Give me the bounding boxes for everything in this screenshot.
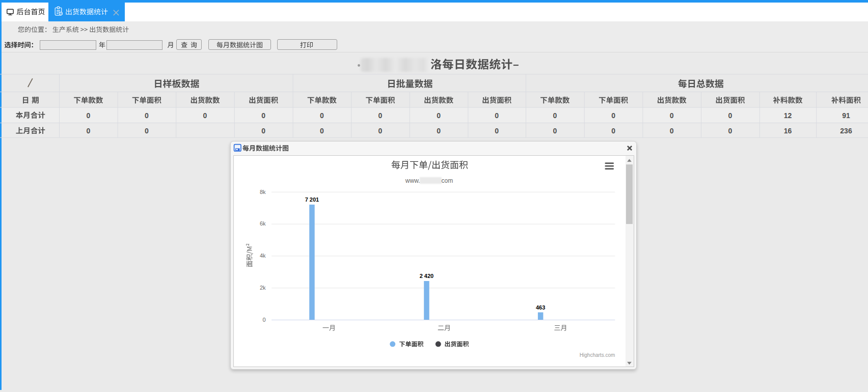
svg-text:0: 0 (553, 111, 557, 120)
svg-text:0: 0 (262, 317, 265, 323)
svg-text:0: 0 (86, 127, 90, 135)
svg-text:0: 0 (145, 127, 149, 135)
svg-text:463: 463 (536, 304, 545, 311)
svg-text:4k: 4k (260, 253, 266, 259)
svg-text:0: 0 (145, 111, 149, 120)
svg-text:0: 0 (670, 127, 674, 135)
svg-text:0: 0 (611, 111, 615, 120)
svg-text:7 201: 7 201 (305, 197, 319, 203)
svg-text:0: 0 (670, 111, 674, 120)
svg-text:8k: 8k (260, 189, 266, 195)
svg-text:0: 0 (378, 127, 383, 135)
svg-text:www.: www. (405, 177, 420, 184)
svg-text:Highcharts.com: Highcharts.com (580, 352, 615, 358)
svg-text:91: 91 (842, 111, 850, 120)
svg-text:0: 0 (495, 127, 499, 135)
svg-text:2 420: 2 420 (420, 273, 434, 279)
svg-text:6k: 6k (260, 220, 266, 227)
svg-text:0: 0 (320, 127, 324, 135)
svg-text:236: 236 (840, 127, 852, 135)
svg-text:0: 0 (553, 127, 557, 135)
svg-text:0: 0 (86, 111, 90, 120)
svg-text:0: 0 (203, 111, 207, 120)
svg-text:0: 0 (378, 111, 383, 120)
svg-text:2k: 2k (260, 285, 266, 291)
svg-text:0: 0 (728, 111, 733, 120)
svg-text:com: com (442, 177, 453, 184)
svg-text:0: 0 (495, 111, 499, 120)
svg-text:12: 12 (784, 111, 792, 120)
svg-text:0: 0 (261, 111, 265, 120)
svg-text:0: 0 (437, 111, 441, 120)
svg-text:0: 0 (437, 127, 441, 135)
svg-text:16: 16 (784, 127, 792, 135)
svg-text:0: 0 (611, 127, 615, 135)
svg-text:0: 0 (728, 127, 733, 135)
svg-text:0: 0 (320, 111, 324, 120)
svg-text:0: 0 (261, 127, 265, 135)
